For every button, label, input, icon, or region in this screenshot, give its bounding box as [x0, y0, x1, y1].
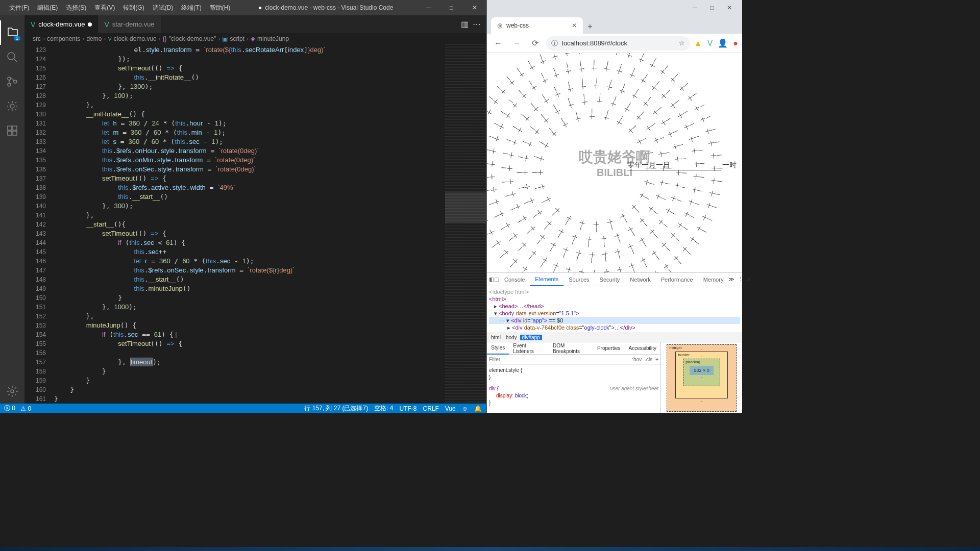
devtools-tab-elements[interactable]: Elements — [530, 273, 564, 286]
browser-maximize-button[interactable]: □ — [704, 3, 720, 13]
menu-selection[interactable]: 选择(S) — [62, 4, 90, 12]
encoding-status[interactable]: UTF-8 — [399, 405, 416, 412]
notifications-icon[interactable]: 🔔 — [474, 405, 482, 412]
svg-text:十一: 十一 — [591, 270, 597, 272]
recording-icon[interactable]: ● — [733, 39, 738, 48]
vue-devtools-icon[interactable]: V — [707, 39, 713, 48]
address-bar[interactable]: ⓘ localhost:8089/#/clock ☆ — [546, 36, 690, 51]
feedback-icon[interactable]: ☺ — [462, 405, 468, 412]
vue-icon: V — [104, 20, 109, 29]
svg-text:十一: 十一 — [550, 53, 559, 60]
browser-titlebar: ─ □ ✕ — [487, 0, 742, 15]
close-button[interactable]: ✕ — [463, 0, 486, 15]
svg-text:十一: 十一 — [573, 110, 582, 122]
add-rule-button[interactable]: + — [655, 357, 658, 362]
maximize-button[interactable]: □ — [440, 0, 463, 15]
browser-tab-close-icon[interactable]: ✕ — [572, 22, 577, 29]
svg-text:十一: 十一 — [579, 78, 586, 90]
styles-rules[interactable]: element.style { } user agent stylesheetd… — [487, 365, 660, 413]
svg-text:十一: 十一 — [504, 190, 517, 199]
svg-text:十一: 十一 — [626, 243, 636, 256]
line-numbers: 1231241251261271281291301311321331341351… — [24, 44, 54, 404]
profile-icon[interactable]: 👤 — [718, 38, 728, 48]
device-toggle-icon[interactable]: ▢ — [494, 273, 499, 286]
info-icon[interactable]: ⓘ — [551, 39, 558, 48]
code-editor[interactable]: 1231241251261271281291301311321331341351… — [24, 44, 486, 404]
url-text: localhost:8089/#/clock — [562, 39, 627, 47]
cursor-position[interactable]: 行 157, 列 27 (已选择7) — [304, 404, 368, 413]
reload-button[interactable]: ⟳ — [528, 36, 542, 51]
svg-text:十一: 十一 — [499, 108, 512, 119]
svg-text:十一: 十一 — [710, 152, 722, 159]
menu-view[interactable]: 查看(V) — [90, 4, 119, 12]
svg-text:十一: 十一 — [493, 120, 505, 131]
svg-text:十一: 十一 — [550, 262, 560, 272]
browser-tab[interactable]: ◎ web-css ✕ — [491, 17, 583, 34]
svg-text:十一: 十一 — [705, 202, 718, 211]
split-editor-icon[interactable]: ▥ — [461, 19, 469, 29]
language-status[interactable]: Vue — [445, 405, 456, 412]
menu-go[interactable]: 转到(G) — [119, 4, 148, 12]
extension-icon[interactable]: ▲ — [694, 39, 702, 48]
svg-text:十一: 十一 — [652, 269, 663, 272]
properties-tab[interactable]: Properties — [593, 342, 625, 355]
svg-text:十一: 十一 — [531, 209, 544, 220]
browser-minimize-button[interactable]: ─ — [687, 3, 702, 13]
windows-taskbar[interactable] — [0, 547, 980, 551]
source-control-icon[interactable] — [0, 69, 24, 94]
svg-text:十一: 十一 — [619, 82, 628, 95]
more-actions-icon[interactable]: ⋯ — [473, 19, 481, 29]
svg-point-10 — [11, 390, 14, 393]
accessibility-tab[interactable]: Accessibility — [625, 342, 660, 355]
minimap[interactable] — [445, 44, 486, 404]
cls-button[interactable]: .cls — [645, 357, 652, 362]
event-listeners-tab[interactable]: Event Listeners — [509, 342, 549, 355]
code-content[interactable]: el.style.transform = `rotate(${this.secR… — [54, 44, 445, 404]
devtools-close-icon[interactable]: ✕ — [746, 276, 751, 283]
dom-tree[interactable]: <!doctype html> <html> ▸ <head>…</head> … — [487, 286, 742, 333]
devtools-tab-console[interactable]: Console — [499, 273, 530, 286]
dom-breakpoints-tab[interactable]: DOM Breakpoints — [549, 342, 593, 355]
devtools-tab-sources[interactable]: Sources — [564, 273, 594, 286]
settings-icon[interactable] — [0, 379, 24, 404]
devtools-tab-memory[interactable]: Memory — [698, 273, 729, 286]
hov-button[interactable]: :hov — [632, 357, 642, 362]
explorer-icon[interactable]: 1 — [0, 20, 24, 45]
errors-status[interactable]: ⓧ 0 — [4, 404, 15, 413]
tab-star-demo[interactable]: V star-demo.vue — [98, 15, 160, 33]
minimize-button[interactable]: ─ — [417, 0, 440, 15]
breadcrumb[interactable]: src› components› demo› Vclock-demo.vue› … — [24, 33, 486, 44]
svg-text:十一: 十一 — [614, 53, 622, 56]
devtools-tab-security[interactable]: Security — [595, 273, 625, 286]
debug-icon[interactable] — [0, 94, 24, 118]
devtools-tab-network[interactable]: Network — [625, 273, 655, 286]
menu-debug[interactable]: 调试(D) — [149, 4, 178, 12]
svg-text:十一: 十一 — [533, 153, 545, 162]
menu-edit[interactable]: 编辑(E) — [33, 4, 62, 12]
indentation-status[interactable]: 空格: 4 — [374, 404, 393, 413]
back-button[interactable]: ← — [491, 36, 505, 51]
extensions-icon[interactable] — [0, 118, 24, 143]
new-tab-button[interactable]: + — [583, 19, 597, 34]
styles-tab[interactable]: Styles — [487, 342, 509, 355]
devtools-settings-icon[interactable]: ⋮ — [738, 276, 743, 283]
forward-button[interactable]: → — [509, 36, 524, 51]
svg-text:十一: 十一 — [493, 210, 505, 220]
eol-status[interactable]: CRLF — [423, 405, 438, 412]
dom-breadcrumb[interactable]: html body div#app — [487, 333, 742, 342]
box-model[interactable]: margin - border - padding - 532 × 0 - - … — [660, 342, 742, 413]
bookmark-star-icon[interactable]: ☆ — [679, 39, 685, 47]
warnings-status[interactable]: ⚠ 0 — [20, 405, 31, 412]
menu-terminal[interactable]: 终端(T) — [177, 4, 205, 12]
devtools-more-icon[interactable]: ≫ — [728, 276, 734, 283]
styles-filter-input[interactable] — [489, 357, 632, 362]
search-icon[interactable] — [0, 45, 24, 69]
svg-text:十一: 十一 — [519, 111, 531, 123]
devtools-tab-performance[interactable]: Performance — [656, 273, 698, 286]
svg-text:十一: 十一 — [507, 97, 519, 109]
inspect-icon[interactable]: ◧ — [489, 273, 494, 286]
menu-help[interactable]: 帮助(H) — [206, 4, 235, 12]
browser-close-button[interactable]: ✕ — [722, 3, 737, 13]
menu-file[interactable]: 文件(F) — [5, 4, 33, 12]
tab-clock-demo[interactable]: V clock-demo.vue — [24, 15, 98, 33]
